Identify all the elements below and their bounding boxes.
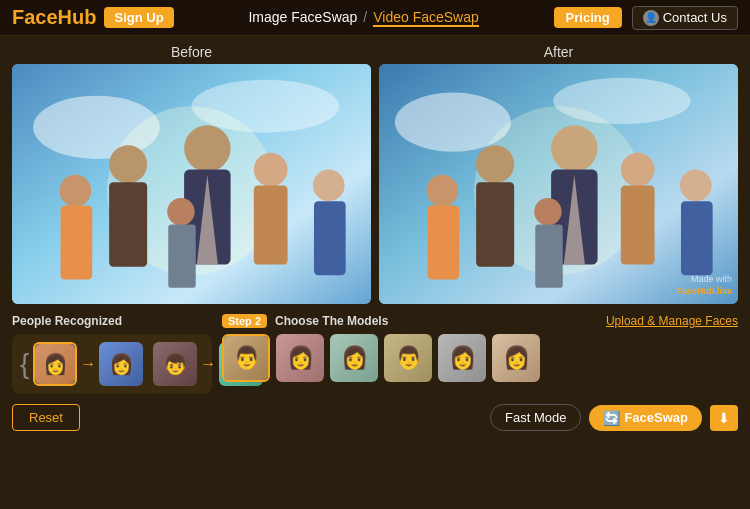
- after-panel: After: [379, 44, 738, 304]
- arrow-icon-1: →: [80, 355, 96, 373]
- model-face-3[interactable]: 👩: [330, 334, 378, 382]
- watermark-made-with: Made with: [676, 273, 732, 286]
- svg-rect-29: [428, 205, 460, 279]
- svg-point-11: [60, 175, 92, 207]
- svg-rect-31: [535, 224, 562, 287]
- upload-manage-link[interactable]: Upload & Manage Faces: [606, 314, 738, 328]
- after-label: After: [379, 44, 738, 60]
- source-face-1[interactable]: 👩: [33, 342, 77, 386]
- face-image-3: 👦: [153, 342, 197, 386]
- people-recognized-label: People Recognized: [12, 314, 212, 328]
- before-panel: Before: [12, 44, 371, 304]
- model-face-image-4: 👨: [384, 334, 432, 382]
- target-face-1[interactable]: 👩: [99, 342, 143, 386]
- svg-rect-33: [681, 201, 713, 275]
- download-button[interactable]: ⬇: [710, 405, 738, 431]
- bottom-bar: Reset Fast Mode 🔄 FaceSwap ⬇: [12, 404, 738, 431]
- faceswap-label: FaceSwap: [624, 410, 688, 425]
- model-face-6[interactable]: 👩: [492, 334, 540, 382]
- svg-point-13: [167, 198, 194, 225]
- arrow-icon-2: →: [200, 355, 216, 373]
- svg-point-15: [313, 170, 345, 202]
- svg-point-30: [534, 198, 561, 225]
- header: FaceHub Sign Up Image FaceSwap / Video F…: [0, 0, 750, 36]
- svg-rect-16: [314, 201, 346, 275]
- model-face-image-6: 👩: [492, 334, 540, 382]
- reset-button[interactable]: Reset: [12, 404, 80, 431]
- nav-links: Image FaceSwap / Video FaceSwap: [248, 9, 478, 27]
- face-pair-1[interactable]: 👩 → 👩: [33, 342, 143, 386]
- svg-point-32: [680, 170, 712, 202]
- svg-rect-27: [621, 185, 655, 264]
- bottom-right-controls: Fast Mode 🔄 FaceSwap ⬇: [490, 404, 738, 431]
- model-face-1[interactable]: 👨: [222, 334, 270, 382]
- nav-divider: /: [363, 9, 367, 27]
- nav-image-faceswap[interactable]: Image FaceSwap: [248, 9, 357, 27]
- pricing-button[interactable]: Pricing: [554, 7, 622, 28]
- svg-point-7: [109, 145, 147, 183]
- model-face-4[interactable]: 👨: [384, 334, 432, 382]
- model-face-5[interactable]: 👩: [438, 334, 486, 382]
- svg-point-24: [476, 145, 514, 183]
- svg-rect-25: [476, 182, 514, 266]
- contact-button[interactable]: 👤 Contact Us: [632, 6, 738, 30]
- model-faces-grid: 👨 👩 👩 👨 👩 👩: [222, 334, 738, 382]
- model-face-image-5: 👩: [438, 334, 486, 382]
- svg-rect-12: [61, 205, 93, 279]
- logo: FaceHub Sign Up: [12, 6, 174, 29]
- before-label: Before: [12, 44, 371, 60]
- header-right: Pricing 👤 Contact Us: [554, 6, 738, 30]
- logo-face: Face: [12, 6, 58, 28]
- model-face-image-2: 👩: [276, 334, 324, 382]
- before-image[interactable]: [12, 64, 371, 304]
- svg-rect-8: [109, 182, 147, 266]
- main-content: Before: [0, 36, 750, 439]
- contact-label: Contact Us: [663, 10, 727, 25]
- controls-row: People Recognized { 👩 → 👩 �: [12, 314, 738, 394]
- people-recognized-section: People Recognized { 👩 → 👩 �: [12, 314, 212, 394]
- after-image[interactable]: Made with FaceHub.live: [379, 64, 738, 304]
- step2-section: Step 2 Choose The Models Upload & Manage…: [222, 314, 738, 382]
- before-after-section: Before: [12, 44, 738, 304]
- choose-models-label: Choose The Models: [275, 314, 388, 328]
- logo-text: FaceHub: [12, 6, 96, 29]
- watermark: Made with FaceHub.live: [676, 273, 732, 298]
- watermark-brand: FaceHub.live: [676, 285, 732, 298]
- fast-mode-button[interactable]: Fast Mode: [490, 404, 581, 431]
- nav-video-faceswap[interactable]: Video FaceSwap: [373, 9, 479, 27]
- model-face-image-3: 👩: [330, 334, 378, 382]
- face-pairs-container: { 👩 → 👩 👦 →: [12, 334, 212, 394]
- face-image-1: 👩: [35, 344, 75, 384]
- step2-header: Step 2 Choose The Models Upload & Manage…: [222, 314, 738, 328]
- step2-badge: Step 2: [222, 314, 267, 328]
- face-image-2: 👩: [99, 342, 143, 386]
- model-face-2[interactable]: 👩: [276, 334, 324, 382]
- svg-point-21: [551, 125, 597, 171]
- svg-point-9: [254, 153, 288, 187]
- svg-rect-10: [254, 185, 288, 264]
- svg-point-28: [427, 175, 459, 207]
- svg-rect-14: [168, 224, 195, 287]
- svg-point-4: [184, 125, 230, 171]
- source-face-2[interactable]: 👦: [153, 342, 197, 386]
- left-bracket: {: [20, 350, 29, 378]
- faceswap-button[interactable]: 🔄 FaceSwap: [589, 405, 702, 431]
- svg-point-26: [621, 153, 655, 187]
- logo-hub: Hub: [58, 6, 97, 28]
- signup-button[interactable]: Sign Up: [104, 7, 173, 28]
- faceswap-icon: 🔄: [603, 410, 620, 426]
- model-face-image-1: 👨: [224, 336, 268, 380]
- contact-icon: 👤: [643, 10, 659, 26]
